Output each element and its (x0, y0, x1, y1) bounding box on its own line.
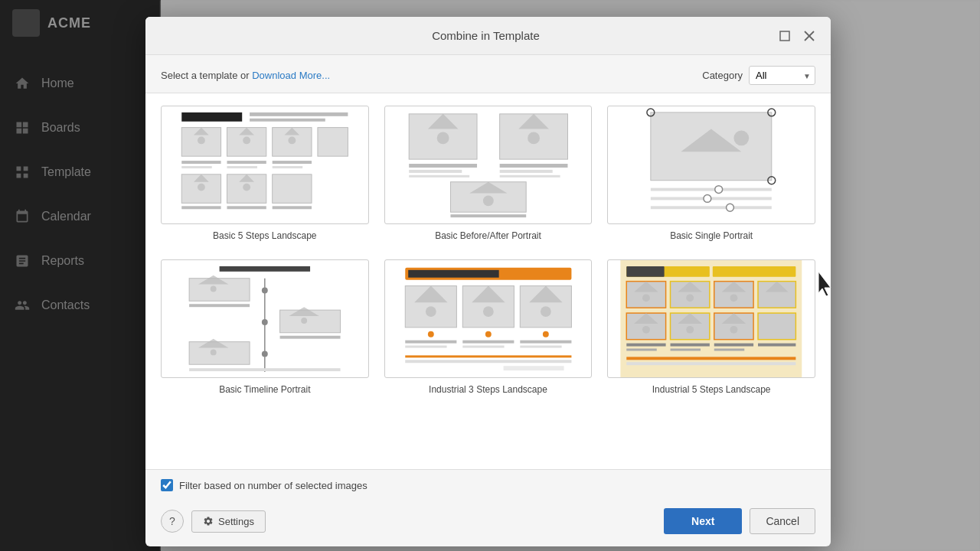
svg-rect-93 (462, 341, 514, 344)
svg-rect-41 (499, 164, 567, 168)
template-card-before-after[interactable]: Basic Before/After Portrait (384, 106, 593, 241)
svg-rect-17 (181, 166, 211, 168)
svg-point-74 (262, 319, 268, 325)
svg-rect-16 (181, 161, 220, 164)
svg-point-64 (211, 286, 217, 292)
template-thumb-single-portrait (607, 106, 815, 224)
svg-rect-95 (520, 341, 571, 344)
svg-point-11 (243, 136, 250, 144)
svg-point-123 (730, 326, 738, 334)
modal-topbar: Select a template or Download More... Ca… (145, 55, 831, 93)
modal-title: Combine in Template (196, 29, 776, 42)
template-card-single-portrait[interactable]: Basic Single Portrait (607, 106, 815, 241)
cancel-button[interactable]: Cancel (750, 508, 815, 534)
template-card-industrial-3[interactable]: Industrial 3 Steps Landscape (384, 259, 593, 395)
svg-rect-92 (405, 346, 446, 348)
svg-point-75 (262, 350, 268, 357)
svg-rect-30 (227, 206, 266, 209)
combine-template-modal: Combine in Template Select a template or… (145, 17, 831, 546)
template-name: Industrial 5 Steps Landscape (652, 384, 771, 395)
svg-rect-99 (503, 366, 564, 370)
svg-point-120 (687, 326, 694, 334)
modal-maximize-button[interactable] (776, 27, 794, 45)
template-scroll-area[interactable]: Basic 5 Steps Landscape (145, 93, 831, 470)
template-name: Basic Timeline Portrait (219, 384, 310, 395)
svg-rect-96 (520, 346, 561, 348)
svg-point-84 (483, 306, 494, 317)
svg-point-34 (436, 132, 449, 145)
svg-rect-65 (189, 304, 250, 307)
download-more-link[interactable]: Download More... (252, 70, 330, 81)
svg-point-112 (730, 294, 738, 302)
svg-rect-129 (714, 344, 753, 347)
svg-rect-18 (227, 161, 266, 164)
svg-point-90 (543, 331, 549, 337)
svg-rect-20 (273, 161, 312, 164)
svg-rect-29 (181, 206, 220, 209)
help-button[interactable]: ? (161, 510, 184, 533)
svg-rect-39 (409, 170, 462, 173)
svg-rect-97 (405, 355, 571, 357)
svg-point-117 (642, 326, 650, 334)
svg-point-46 (483, 195, 494, 206)
template-card-timeline[interactable]: Basic Timeline Portrait (161, 259, 369, 395)
svg-point-55 (715, 186, 723, 194)
category-select[interactable]: All Basic Industrial (749, 66, 815, 85)
svg-rect-19 (227, 166, 256, 168)
next-button[interactable]: Next (664, 508, 742, 534)
svg-rect-5 (250, 119, 325, 122)
svg-rect-0 (780, 31, 789, 41)
svg-rect-69 (280, 336, 341, 339)
template-thumb-basic-5-steps (161, 106, 369, 224)
modal-close-button[interactable] (800, 27, 818, 45)
modal-controls (776, 27, 818, 45)
svg-rect-128 (671, 348, 701, 350)
category-filter: Category All Basic Industrial (702, 66, 815, 85)
svg-rect-133 (627, 362, 796, 365)
svg-rect-42 (499, 170, 552, 173)
svg-point-53 (734, 131, 750, 146)
settings-button[interactable]: Settings (191, 510, 266, 533)
template-name: Industrial 3 Steps Landscape (429, 384, 547, 395)
svg-point-89 (485, 331, 492, 337)
template-grid: Basic 5 Steps Landscape (161, 99, 815, 401)
filter-row: Filter based on number of selected image… (161, 479, 368, 491)
svg-point-37 (528, 132, 540, 145)
svg-rect-78 (408, 270, 498, 278)
template-thumb-before-after (384, 106, 593, 224)
svg-rect-21 (273, 166, 302, 168)
svg-rect-43 (499, 175, 560, 178)
modal-instruction: Select a template or Download More... (161, 70, 330, 81)
svg-rect-98 (405, 360, 571, 363)
svg-point-57 (704, 194, 711, 202)
modal-footer: Filter based on number of selected image… (145, 470, 831, 500)
template-name: Basic Before/After Portrait (435, 230, 541, 241)
modal-actions: ? Settings Next Cancel (145, 500, 831, 546)
svg-point-73 (262, 288, 268, 294)
settings-label: Settings (218, 516, 254, 527)
svg-point-24 (198, 184, 205, 191)
svg-rect-94 (462, 346, 504, 348)
svg-rect-76 (189, 368, 340, 371)
template-name: Basic Single Portrait (670, 230, 753, 241)
svg-rect-28 (273, 174, 312, 204)
svg-rect-3 (181, 112, 242, 122)
action-buttons: Next Cancel (664, 508, 815, 534)
svg-point-81 (426, 306, 436, 317)
svg-rect-130 (714, 348, 744, 350)
svg-rect-38 (409, 164, 477, 168)
svg-point-14 (288, 136, 296, 144)
svg-rect-125 (627, 344, 666, 347)
template-card-industrial-5[interactable]: Industrial 5 Steps Landscape (607, 259, 815, 395)
category-select-wrapper: All Basic Industrial (749, 66, 815, 85)
filter-checkbox[interactable] (161, 479, 173, 491)
category-label: Category (702, 70, 743, 81)
svg-rect-15 (318, 128, 348, 157)
svg-rect-58 (651, 206, 772, 209)
svg-rect-132 (627, 357, 796, 360)
svg-point-59 (727, 204, 734, 211)
template-card-basic-5-steps[interactable]: Basic 5 Steps Landscape (161, 106, 369, 241)
svg-rect-126 (627, 348, 657, 350)
svg-rect-4 (250, 112, 348, 116)
svg-rect-124 (758, 313, 795, 340)
